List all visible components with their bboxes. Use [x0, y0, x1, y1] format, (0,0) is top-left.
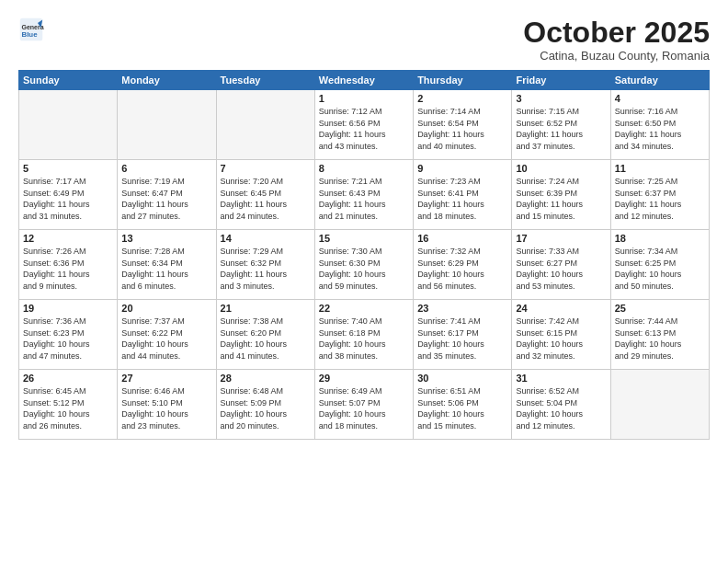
calendar-cell-w4d2: 28Sunrise: 6:48 AM Sunset: 5:09 PM Dayli… [216, 370, 314, 440]
calendar-cell-w3d2: 21Sunrise: 7:38 AM Sunset: 6:20 PM Dayli… [216, 300, 314, 370]
day-info: Sunrise: 7:23 AM Sunset: 6:41 PM Dayligh… [417, 176, 507, 222]
day-number: 13 [121, 233, 211, 244]
day-info: Sunrise: 7:14 AM Sunset: 6:54 PM Dayligh… [417, 106, 507, 152]
calendar-cell-w1d5: 10Sunrise: 7:24 AM Sunset: 6:39 PM Dayli… [512, 160, 610, 230]
day-info: Sunrise: 7:20 AM Sunset: 6:45 PM Dayligh… [221, 176, 311, 222]
month-title: October 2025 [523, 17, 710, 49]
calendar-cell-w1d1: 6Sunrise: 7:19 AM Sunset: 6:47 PM Daylig… [118, 160, 216, 230]
day-number: 26 [23, 373, 113, 384]
day-info: Sunrise: 7:33 AM Sunset: 6:27 PM Dayligh… [516, 246, 606, 292]
day-info: Sunrise: 7:16 AM Sunset: 6:50 PM Dayligh… [615, 106, 705, 152]
weekday-header-tuesday: Tuesday [216, 71, 314, 90]
day-number: 9 [417, 163, 507, 174]
calendar-cell-w3d1: 20Sunrise: 7:37 AM Sunset: 6:22 PM Dayli… [118, 300, 216, 370]
day-number: 6 [121, 163, 211, 174]
calendar-cell-w3d5: 24Sunrise: 7:42 AM Sunset: 6:15 PM Dayli… [512, 300, 610, 370]
calendar-cell-w2d5: 17Sunrise: 7:33 AM Sunset: 6:27 PM Dayli… [512, 230, 610, 300]
calendar-cell-w1d2: 7Sunrise: 7:20 AM Sunset: 6:45 PM Daylig… [216, 160, 314, 230]
day-number: 11 [615, 163, 705, 174]
calendar-cell-w0d3: 1Sunrise: 7:12 AM Sunset: 6:56 PM Daylig… [314, 90, 413, 160]
calendar-cell-w0d5: 3Sunrise: 7:15 AM Sunset: 6:52 PM Daylig… [512, 90, 610, 160]
day-info: Sunrise: 6:51 AM Sunset: 5:06 PM Dayligh… [417, 385, 507, 431]
day-info: Sunrise: 7:42 AM Sunset: 6:15 PM Dayligh… [516, 316, 606, 362]
day-info: Sunrise: 7:40 AM Sunset: 6:18 PM Dayligh… [319, 316, 409, 362]
day-number: 7 [221, 163, 311, 174]
calendar-cell-w2d2: 14Sunrise: 7:29 AM Sunset: 6:32 PM Dayli… [216, 230, 314, 300]
day-number: 16 [417, 233, 507, 244]
day-info: Sunrise: 7:41 AM Sunset: 6:17 PM Dayligh… [417, 316, 507, 362]
day-info: Sunrise: 7:26 AM Sunset: 6:36 PM Dayligh… [23, 246, 113, 292]
day-number: 27 [121, 373, 211, 384]
day-number: 17 [516, 233, 606, 244]
title-block: October 2025 Catina, Buzau County, Roman… [523, 17, 710, 63]
day-info: Sunrise: 6:45 AM Sunset: 5:12 PM Dayligh… [23, 385, 113, 431]
calendar-cell-w2d6: 18Sunrise: 7:34 AM Sunset: 6:25 PM Dayli… [610, 230, 709, 300]
day-info: Sunrise: 7:21 AM Sunset: 6:43 PM Dayligh… [319, 176, 409, 222]
day-number: 8 [319, 163, 409, 174]
calendar-cell-w3d3: 22Sunrise: 7:40 AM Sunset: 6:18 PM Dayli… [314, 300, 413, 370]
day-number: 15 [319, 233, 409, 244]
day-info: Sunrise: 6:46 AM Sunset: 5:10 PM Dayligh… [121, 385, 211, 431]
day-number: 20 [121, 303, 211, 314]
day-number: 12 [23, 233, 113, 244]
calendar-table: SundayMondayTuesdayWednesdayThursdayFrid… [18, 70, 710, 440]
location-subtitle: Catina, Buzau County, Romania [523, 49, 710, 63]
weekday-header-wednesday: Wednesday [314, 71, 413, 90]
day-info: Sunrise: 7:25 AM Sunset: 6:37 PM Dayligh… [615, 176, 705, 222]
weekday-header-monday: Monday [118, 71, 216, 90]
svg-text:Blue: Blue [22, 30, 39, 39]
day-info: Sunrise: 7:15 AM Sunset: 6:52 PM Dayligh… [516, 106, 606, 152]
calendar-cell-w4d0: 26Sunrise: 6:45 AM Sunset: 5:12 PM Dayli… [19, 370, 118, 440]
calendar-cell-w3d0: 19Sunrise: 7:36 AM Sunset: 6:23 PM Dayli… [19, 300, 118, 370]
weekday-header-thursday: Thursday [414, 71, 512, 90]
day-info: Sunrise: 7:24 AM Sunset: 6:39 PM Dayligh… [516, 176, 606, 222]
day-number: 4 [615, 93, 705, 104]
calendar-cell-w0d1 [118, 90, 216, 160]
calendar-cell-w0d4: 2Sunrise: 7:14 AM Sunset: 6:54 PM Daylig… [414, 90, 512, 160]
calendar-cell-w2d3: 15Sunrise: 7:30 AM Sunset: 6:30 PM Dayli… [314, 230, 413, 300]
calendar-cell-w1d3: 8Sunrise: 7:21 AM Sunset: 6:43 PM Daylig… [314, 160, 413, 230]
calendar-cell-w4d1: 27Sunrise: 6:46 AM Sunset: 5:10 PM Dayli… [118, 370, 216, 440]
day-info: Sunrise: 7:37 AM Sunset: 6:22 PM Dayligh… [121, 316, 211, 362]
calendar-cell-w3d4: 23Sunrise: 7:41 AM Sunset: 6:17 PM Dayli… [414, 300, 512, 370]
day-info: Sunrise: 7:36 AM Sunset: 6:23 PM Dayligh… [23, 316, 113, 362]
day-info: Sunrise: 7:12 AM Sunset: 6:56 PM Dayligh… [319, 106, 409, 152]
day-info: Sunrise: 6:48 AM Sunset: 5:09 PM Dayligh… [221, 385, 311, 431]
calendar-cell-w1d0: 5Sunrise: 7:17 AM Sunset: 6:49 PM Daylig… [19, 160, 118, 230]
day-info: Sunrise: 7:28 AM Sunset: 6:34 PM Dayligh… [121, 246, 211, 292]
day-number: 30 [417, 373, 507, 384]
day-number: 29 [319, 373, 409, 384]
day-number: 31 [516, 373, 606, 384]
day-number: 3 [516, 93, 606, 104]
calendar-cell-w1d6: 11Sunrise: 7:25 AM Sunset: 6:37 PM Dayli… [610, 160, 709, 230]
day-info: Sunrise: 6:49 AM Sunset: 5:07 PM Dayligh… [319, 385, 409, 431]
day-info: Sunrise: 7:38 AM Sunset: 6:20 PM Dayligh… [221, 316, 311, 362]
day-info: Sunrise: 7:32 AM Sunset: 6:29 PM Dayligh… [417, 246, 507, 292]
day-info: Sunrise: 7:19 AM Sunset: 6:47 PM Dayligh… [121, 176, 211, 222]
day-number: 25 [615, 303, 705, 314]
calendar-cell-w4d4: 30Sunrise: 6:51 AM Sunset: 5:06 PM Dayli… [414, 370, 512, 440]
day-info: Sunrise: 7:44 AM Sunset: 6:13 PM Dayligh… [615, 316, 705, 362]
day-info: Sunrise: 7:30 AM Sunset: 6:30 PM Dayligh… [319, 246, 409, 292]
calendar-cell-w0d2 [216, 90, 314, 160]
day-number: 2 [417, 93, 507, 104]
calendar-cell-w0d6: 4Sunrise: 7:16 AM Sunset: 6:50 PM Daylig… [610, 90, 709, 160]
day-info: Sunrise: 7:17 AM Sunset: 6:49 PM Dayligh… [23, 176, 113, 222]
calendar-cell-w3d6: 25Sunrise: 7:44 AM Sunset: 6:13 PM Dayli… [610, 300, 709, 370]
day-info: Sunrise: 7:34 AM Sunset: 6:25 PM Dayligh… [615, 246, 705, 292]
calendar-cell-w2d0: 12Sunrise: 7:26 AM Sunset: 6:36 PM Dayli… [19, 230, 118, 300]
day-number: 24 [516, 303, 606, 314]
calendar-cell-w4d3: 29Sunrise: 6:49 AM Sunset: 5:07 PM Dayli… [314, 370, 413, 440]
weekday-header-friday: Friday [512, 71, 610, 90]
day-number: 28 [221, 373, 311, 384]
day-number: 14 [221, 233, 311, 244]
calendar-cell-w1d4: 9Sunrise: 7:23 AM Sunset: 6:41 PM Daylig… [414, 160, 512, 230]
day-number: 22 [319, 303, 409, 314]
day-number: 21 [221, 303, 311, 314]
calendar-cell-w4d5: 31Sunrise: 6:52 AM Sunset: 5:04 PM Dayli… [512, 370, 610, 440]
day-number: 19 [23, 303, 113, 314]
day-info: Sunrise: 6:52 AM Sunset: 5:04 PM Dayligh… [516, 385, 606, 431]
day-number: 5 [23, 163, 113, 174]
calendar-cell-w2d1: 13Sunrise: 7:28 AM Sunset: 6:34 PM Dayli… [118, 230, 216, 300]
calendar-cell-w4d6 [610, 370, 709, 440]
